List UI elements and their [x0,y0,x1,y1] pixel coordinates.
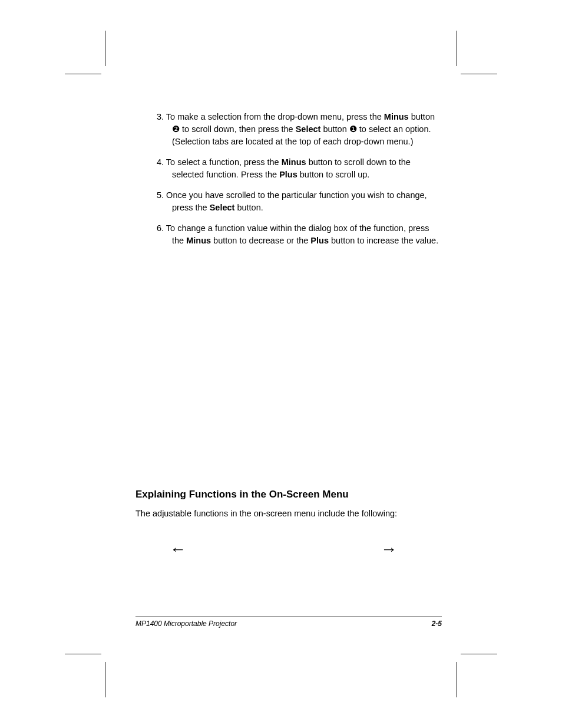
section-heading: Explaining Functions in the On-Screen Me… [135,489,442,500]
step-text: button [409,112,435,121]
section-intro-text: The adjustable functions in the on-scree… [135,508,442,520]
step-3: 3. To make a selection from the drop-dow… [135,111,442,148]
step-text: button to scroll up. [297,170,370,179]
bold-minus: Minus [282,157,306,167]
crop-mark [461,654,497,654]
instruction-list: 3. To make a selection from the drop-dow… [135,111,442,247]
step-text: 3. To make a selection from the drop-dow… [157,112,384,121]
crop-mark [457,31,457,66]
bold-plus: Plus [279,170,297,179]
crop-mark [65,654,101,654]
footer-row: MP1400 Microportable Projector 2-5 [135,620,442,628]
step-6: 6. To change a function value within the… [135,222,442,247]
step-5: 5. Once you have scrolled to the particu… [135,189,442,214]
bold-minus: Minus [384,112,409,121]
footer-rule [135,617,442,617]
page-number: 2-5 [432,620,442,628]
crop-mark [457,662,457,697]
step-text: button to increase the value. [329,236,438,245]
bold-select: Select [296,124,321,134]
arrow-symbols-row: ← → [135,540,442,559]
bold-plus: Plus [310,236,329,245]
step-text: button. [234,203,263,212]
page-content: 3. To make a selection from the drop-dow… [135,111,442,559]
page-footer: MP1400 Microportable Projector 2-5 [135,617,442,628]
crop-mark [105,31,105,66]
step-4: 4. To select a function, press the Minus… [135,156,442,181]
step-text: 4. To select a function, press the [157,157,282,167]
step-text: button to decrease or the [211,236,310,245]
step-text: to scroll down, then press the [180,124,296,134]
crop-mark [105,662,105,697]
circled-1-icon: ❶ [349,124,357,134]
footer-title: MP1400 Microportable Projector [135,620,237,628]
step-text: button [320,124,349,134]
circled-2-icon: ❷ [172,124,180,134]
document-page: 3. To make a selection from the drop-dow… [0,0,562,728]
bold-minus: Minus [186,236,211,245]
arrow-left-icon: ← [170,540,186,559]
crop-mark [65,74,101,74]
step-text: 5. Once you have scrolled to the particu… [157,190,427,212]
arrow-right-icon: → [381,540,397,559]
crop-mark [461,74,497,74]
bold-select: Select [210,203,235,212]
